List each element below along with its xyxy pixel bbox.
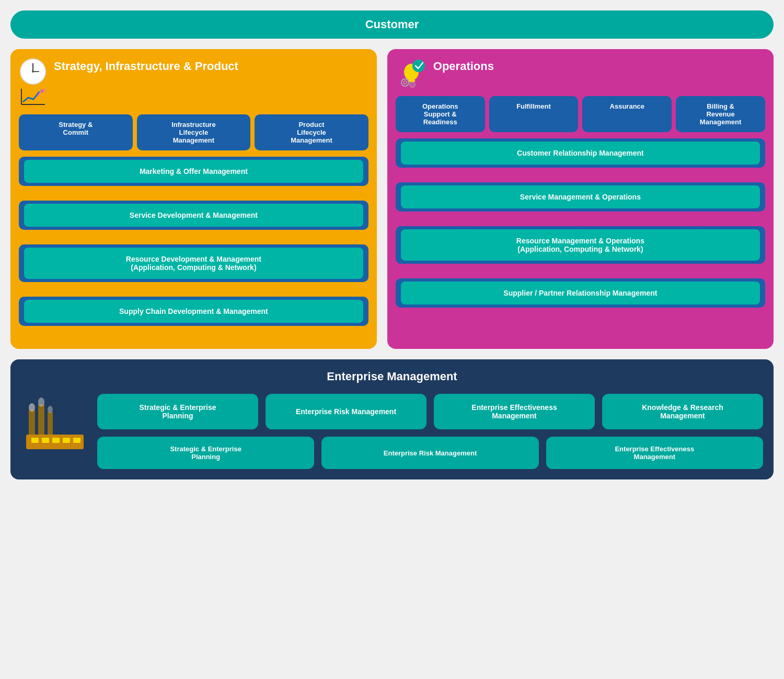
operations-panel-header: Operations bbox=[396, 57, 765, 89]
connectors-3 bbox=[19, 287, 368, 297]
connector-dot-pink bbox=[460, 314, 468, 321]
strategy-subcol-0: Strategy &Commit bbox=[19, 114, 133, 150]
strategy-panel-title: Strategy, Infrastructure & Product bbox=[54, 57, 238, 73]
strategy-panel: Strategy, Infrastructure & Product Strat… bbox=[10, 49, 377, 349]
sprm-row: Supplier / Partner Relationship Manageme… bbox=[401, 282, 760, 305]
ops-sub-columns: OperationsSupport &Readiness Fulfillment… bbox=[396, 96, 765, 132]
ops-connectors-2 bbox=[396, 217, 765, 226]
customer-label: Customer bbox=[365, 18, 419, 31]
connector-dot-pink bbox=[693, 270, 700, 277]
connector-dot-pink bbox=[693, 218, 700, 225]
svg-rect-23 bbox=[31, 438, 39, 443]
svg-rect-17 bbox=[38, 404, 44, 436]
connector-dot bbox=[108, 236, 115, 243]
crm-row: Customer Relationship Management bbox=[401, 142, 760, 165]
enterprise-row-1: Strategic & EnterprisePlanning Enterpris… bbox=[97, 394, 763, 429]
operations-panel-title: Operations bbox=[433, 57, 494, 73]
strategy-row-1: Marketing & Offer Management bbox=[19, 157, 368, 186]
svg-rect-16 bbox=[29, 409, 35, 436]
strategy-row-4-container: Supply Chain Development & Management bbox=[19, 297, 368, 326]
connectors-2 bbox=[19, 235, 368, 244]
ops-row-3-container: Resource Management & Operations(Applica… bbox=[396, 226, 765, 264]
svg-rect-18 bbox=[48, 412, 53, 436]
ent-knowledge-research: Knowledge & ResearchManagement bbox=[602, 394, 763, 429]
strategy-row-3-container: Resource Development & Management(Applic… bbox=[19, 244, 368, 282]
connector-dot-pink bbox=[577, 314, 584, 321]
rmo-row: Resource Management & Operations(Applica… bbox=[401, 229, 760, 261]
operations-panel: Operations OperationsSupport &Readiness … bbox=[387, 49, 774, 349]
ent-effectiveness-mgmt: Enterprise EffectivenessManagement bbox=[434, 394, 595, 429]
connector-dot bbox=[108, 332, 115, 340]
svg-rect-27 bbox=[73, 438, 80, 443]
enterprise-icon-col bbox=[21, 394, 89, 469]
supply-chain-row: Supply Chain Development & Management bbox=[24, 300, 363, 323]
resource-dev-row: Resource Development & Management(Applic… bbox=[24, 248, 363, 279]
connector-dot-pink bbox=[460, 270, 468, 277]
svg-point-11 bbox=[412, 60, 425, 72]
connector-dot-pink bbox=[460, 218, 468, 225]
enterprise-rows-col: Strategic & EnterprisePlanning Enterpris… bbox=[97, 394, 763, 469]
connectors-4 bbox=[19, 331, 368, 341]
service-dev-row: Service Development & Management bbox=[24, 204, 363, 227]
svg-point-4 bbox=[32, 71, 34, 73]
ops-connectors-4 bbox=[396, 313, 765, 322]
enterprise-row-2: Strategic & EnterprisePlanning Enterpris… bbox=[97, 437, 763, 469]
ops-row-2-container: Service Management & Operations bbox=[396, 182, 765, 212]
ops-row-4: Supplier / Partner Relationship Manageme… bbox=[396, 278, 765, 308]
ops-subcol-0: OperationsSupport &Readiness bbox=[396, 96, 485, 132]
enterprise-panel: Enterprise Management bbox=[10, 359, 774, 479]
clock-icon bbox=[19, 57, 48, 86]
customer-bar: Customer bbox=[10, 10, 774, 39]
connector-dot bbox=[272, 332, 280, 340]
connectors-1 bbox=[19, 191, 368, 201]
connector-dot-pink bbox=[693, 314, 700, 321]
connector-dot-pink bbox=[460, 174, 468, 181]
ent-strategic-planning-2: Strategic & EnterprisePlanning bbox=[97, 437, 314, 469]
connector-dot bbox=[108, 288, 115, 296]
operations-icon-group bbox=[396, 57, 427, 89]
svg-point-21 bbox=[48, 406, 53, 413]
ent-strategic-planning: Strategic & EnterprisePlanning bbox=[97, 394, 258, 429]
ops-subcol-1: Fulfillment bbox=[489, 96, 579, 132]
strategy-sub-columns: Strategy &Commit InfrastructureLifecycle… bbox=[19, 114, 368, 150]
smo-row: Service Management & Operations bbox=[401, 185, 760, 208]
connector-dot bbox=[108, 192, 115, 200]
ops-connectors-1 bbox=[396, 173, 765, 182]
ops-subcol-2: Assurance bbox=[582, 96, 672, 132]
strategy-row-2: Service Development & Management bbox=[19, 201, 368, 230]
enterprise-title: Enterprise Management bbox=[21, 370, 763, 383]
factory-icon bbox=[24, 394, 86, 451]
ops-row-4-container: Supplier / Partner Relationship Manageme… bbox=[396, 278, 765, 308]
connector-dot bbox=[272, 236, 280, 243]
ent-risk-mgmt-2: Enterprise Risk Management bbox=[321, 437, 538, 469]
ops-row-1: Customer Relationship Management bbox=[396, 138, 765, 168]
strategy-subcol-1: InfrastructureLifecycleManagement bbox=[137, 114, 251, 150]
strategy-icon-group bbox=[19, 57, 48, 107]
ent-risk-mgmt: Enterprise Risk Management bbox=[266, 394, 426, 429]
connector-dot bbox=[272, 288, 280, 296]
connector-dot-pink bbox=[577, 218, 584, 225]
ops-subcol-3: Billing &RevenueManagement bbox=[676, 96, 765, 132]
strategy-row-3: Resource Development & Management(Applic… bbox=[19, 244, 368, 282]
svg-point-20 bbox=[38, 397, 44, 407]
svg-rect-24 bbox=[42, 438, 49, 443]
marketing-row: Marketing & Offer Management bbox=[24, 160, 363, 183]
ent-effectiveness-mgmt-2: Enterprise EffectivenessManagement bbox=[546, 437, 763, 469]
strategy-row-2-container: Service Development & Management bbox=[19, 201, 368, 230]
strategy-panel-header: Strategy, Infrastructure & Product bbox=[19, 57, 368, 107]
ops-row-3: Resource Management & Operations(Applica… bbox=[396, 226, 765, 264]
connector-dot-pink bbox=[577, 270, 584, 277]
chart-icon bbox=[19, 86, 48, 107]
connector-dot-pink bbox=[693, 174, 700, 181]
ops-row-2: Service Management & Operations bbox=[396, 182, 765, 212]
svg-point-14 bbox=[410, 82, 415, 87]
main-panels-container: Strategy, Infrastructure & Product Strat… bbox=[10, 49, 774, 349]
svg-rect-25 bbox=[52, 438, 60, 443]
svg-point-12 bbox=[401, 79, 409, 86]
enterprise-content: Strategic & EnterprisePlanning Enterpris… bbox=[21, 394, 763, 469]
strategy-subcol-2: ProductLifecycleManagement bbox=[255, 114, 368, 150]
ops-connectors-3 bbox=[396, 269, 765, 278]
svg-rect-26 bbox=[63, 438, 70, 443]
svg-point-13 bbox=[403, 81, 407, 84]
ops-row-1-container: Customer Relationship Management bbox=[396, 138, 765, 168]
